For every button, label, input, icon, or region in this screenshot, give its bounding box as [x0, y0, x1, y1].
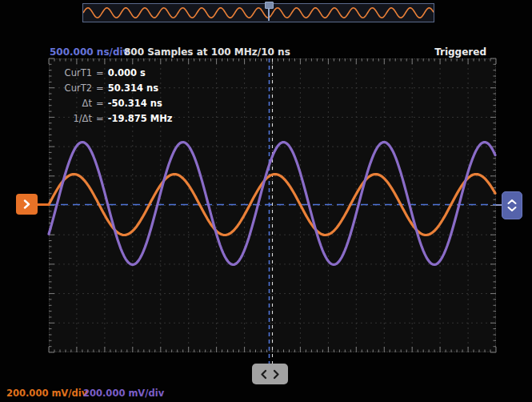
readout-value: -50.314 ns	[108, 96, 162, 111]
cursor-readout-row-invdt: 1/Δt = -19.875 MHz	[55, 111, 173, 127]
overview-position-line	[268, 7, 270, 21]
readout-value: 0.000 s	[108, 66, 146, 81]
chevron-left-icon	[260, 369, 267, 380]
readout-equals: =	[96, 111, 104, 127]
readout-label: Δt	[55, 96, 92, 111]
trigger-level-connector	[496, 204, 502, 206]
readout-label: 1/Δt	[55, 111, 92, 127]
chevron-down-icon[interactable]	[506, 206, 518, 212]
readout-value: 50.314 ns	[108, 81, 158, 96]
cursor-pan-button[interactable]	[252, 364, 288, 384]
cursor-readout-panel: CurT1 = 0.000 s CurT2 = 50.314 ns Δt = -…	[55, 66, 173, 127]
chevron-right-icon	[22, 199, 31, 210]
readout-value: -19.875 MHz	[108, 111, 173, 127]
overview-position-handle[interactable]	[265, 2, 274, 9]
overview-waveform	[83, 4, 434, 22]
cursor-readout-row-t2: CurT2 = 50.314 ns	[55, 81, 173, 96]
chevron-right-icon	[273, 369, 280, 380]
acquisition-info-label: 800 Samples at 100 MHz/10 ns	[124, 46, 290, 58]
channel-marker-connector	[37, 203, 50, 206]
channel-offset-marker[interactable]	[16, 194, 38, 215]
readout-label: CurT2	[55, 81, 92, 96]
trigger-status-badge: Triggered	[434, 46, 486, 58]
readout-equals: =	[96, 66, 104, 81]
channel2-scale-label[interactable]: 200.000 mV/div	[83, 388, 164, 399]
cursor-readout-row-dt: Δt = -50.314 ns	[55, 96, 173, 111]
cursor-readout-row-t1: CurT1 = 0.000 s	[55, 66, 173, 81]
chevron-up-icon[interactable]	[506, 199, 518, 205]
readout-label: CurT1	[55, 66, 92, 81]
scope-graticule[interactable]: CurT1 = 0.000 s CurT2 = 50.314 ns Δt = -…	[49, 58, 496, 352]
trigger-level-stepper[interactable]	[502, 191, 522, 219]
timebase-label[interactable]: 500.000 ns/div	[50, 46, 129, 58]
acquisition-overview-strip[interactable]	[82, 3, 434, 22]
readout-equals: =	[96, 96, 104, 111]
channel1-scale-label[interactable]: 200.000 mV/div	[6, 388, 87, 399]
readout-equals: =	[96, 81, 104, 96]
